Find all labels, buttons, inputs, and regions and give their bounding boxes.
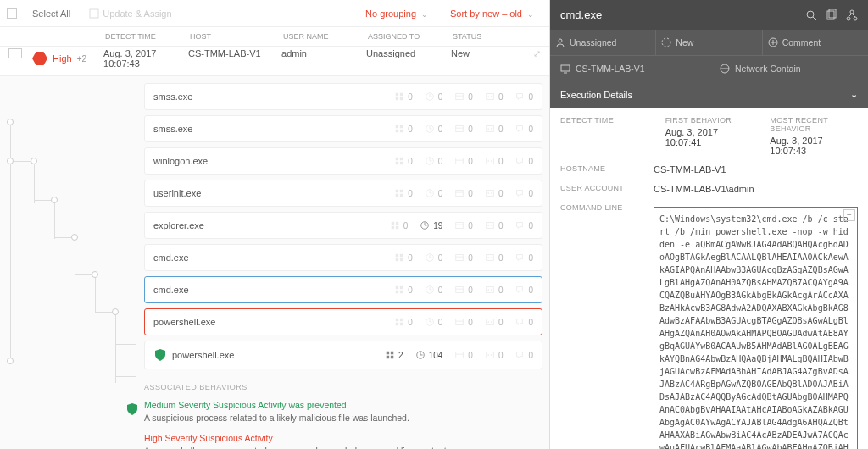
process-row[interactable]: powershell.exe00000: [144, 308, 542, 335]
svg-point-8: [491, 96, 492, 97]
svg-point-55: [487, 289, 489, 291]
assoc-behaviors-header: ASSOCIATED BEHAVIORS: [144, 383, 549, 391]
sort-dropdown[interactable]: Sort by new – old⌄: [442, 5, 542, 22]
command-line-box: − C:\Windows\system32\cmd.exe /b /c star…: [654, 207, 858, 449]
val-detect-time: Aug. 3, 2017 10:07:43: [98, 48, 183, 69]
detection-summary: High +2 Aug. 3, 2017 10:07:43 CS-TMM-LAB…: [0, 47, 549, 75]
process-stat: 0: [515, 188, 533, 198]
behavior-desc: A suspicious process related to a likely…: [144, 413, 549, 423]
execution-details-header[interactable]: Execution Details ⌄: [550, 81, 868, 108]
shield-icon: [153, 348, 167, 362]
meta-user-val: CS-TMM-LAB-V1\admin: [654, 184, 858, 194]
svg-point-79: [854, 17, 857, 20]
process-stat: 0: [425, 124, 443, 134]
plus-icon: [768, 37, 778, 47]
process-stat: 0: [454, 220, 473, 230]
network-contain-button[interactable]: Network Contain: [709, 56, 868, 81]
process-name: userinit.exe: [153, 188, 394, 198]
svg-rect-68: [456, 352, 464, 358]
behavior-title: High Severity Suspicious Activity: [144, 433, 549, 443]
header-username: USER NAME: [278, 32, 363, 41]
process-stat: 0: [515, 317, 533, 327]
process-name: powershell.exe: [153, 317, 394, 327]
svg-rect-87: [561, 65, 570, 71]
process-row[interactable]: powershell.exe2104000: [144, 341, 542, 369]
svg-point-77: [850, 10, 854, 14]
grouping-dropdown[interactable]: No grouping⌄: [357, 5, 437, 22]
tree-icon[interactable]: [846, 9, 858, 21]
network-icon: [720, 64, 730, 74]
tree-node[interactable]: [51, 197, 58, 203]
process-row[interactable]: smss.exe00000: [144, 115, 542, 142]
process-stat: 0: [515, 252, 533, 263]
search-icon[interactable]: [805, 9, 817, 21]
tree-node[interactable]: [7, 119, 14, 125]
process-stat: 0: [394, 285, 413, 295]
tab-unassigned[interactable]: Unassigned: [550, 30, 656, 55]
process-row[interactable]: userinit.exe00000: [144, 180, 542, 207]
tab-new[interactable]: New: [656, 30, 762, 55]
tab-comment[interactable]: Comment: [763, 30, 868, 55]
process-name: winlogon.exe: [153, 156, 394, 166]
svg-line-74: [813, 17, 816, 20]
svg-point-71: [487, 354, 489, 356]
svg-line-80: [849, 14, 852, 17]
process-name: smss.exe: [153, 91, 394, 102]
process-stat: 0: [394, 156, 413, 166]
svg-point-47: [487, 257, 489, 258]
severity-icon: [32, 51, 47, 66]
process-row[interactable]: smss.exe00000: [144, 83, 542, 110]
host-link[interactable]: CS-TMM-LAB-V1: [550, 56, 709, 81]
svg-rect-6: [487, 94, 494, 100]
chevron-down-icon: ⌄: [850, 89, 858, 100]
svg-point-23: [487, 160, 489, 162]
process-stat: 0: [394, 252, 413, 263]
process-stat: 0: [515, 91, 533, 102]
select-all-button[interactable]: Select All: [25, 5, 77, 22]
svg-rect-52: [456, 287, 464, 293]
svg-rect-22: [487, 158, 494, 164]
process-name: cmd.exe: [153, 252, 394, 263]
svg-point-15: [487, 128, 489, 130]
svg-rect-60: [456, 319, 464, 325]
copy-icon[interactable]: [826, 9, 837, 21]
svg-rect-36: [456, 223, 464, 229]
column-headers: DETECT TIME HOST USER NAME ASSIGNED TO S…: [0, 27, 549, 47]
svg-point-39: [487, 224, 489, 226]
row-checkbox[interactable]: [8, 48, 22, 58]
tree-node[interactable]: [71, 234, 78, 241]
process-stat: 0: [454, 252, 473, 263]
svg-rect-70: [487, 352, 494, 358]
process-stat: 0: [454, 124, 473, 134]
tree-node[interactable]: [112, 308, 119, 315]
svg-point-40: [491, 224, 492, 226]
process-stat: 0: [454, 350, 473, 360]
detail-header: cmd.exe: [550, 0, 868, 30]
process-row[interactable]: cmd.exe00000: [144, 276, 542, 303]
expand-icon[interactable]: ⤢: [533, 48, 541, 69]
process-row[interactable]: explorer.exe019000: [144, 212, 542, 239]
tree-node[interactable]: [31, 158, 37, 164]
process-stat: 0: [390, 220, 409, 230]
process-stat: 0: [394, 124, 413, 134]
process-stat: 0: [425, 91, 443, 102]
tree-node[interactable]: [7, 158, 14, 164]
process-stat: 0: [485, 188, 504, 198]
process-stat: 0: [485, 124, 504, 134]
process-stat: 0: [425, 188, 443, 198]
collapse-button[interactable]: −: [843, 209, 855, 221]
select-all-checkbox[interactable]: [7, 8, 17, 19]
process-row[interactable]: cmd.exe00000: [144, 244, 542, 271]
process-tree: [0, 76, 144, 449]
behavior-title: Medium Severity Suspicious Activity was …: [144, 400, 549, 410]
update-assign-button[interactable]: Update & Assign: [82, 5, 178, 22]
process-stat: 0: [485, 156, 504, 166]
header-status: STATUS: [448, 32, 515, 41]
tree-node[interactable]: [92, 271, 98, 278]
process-stat: 0: [454, 91, 473, 102]
process-row[interactable]: winlogon.exe00000: [144, 147, 542, 175]
svg-point-32: [491, 192, 492, 194]
tree-node[interactable]: [7, 358, 14, 364]
meta-recent-label: MOST RECENT BEHAVIOR: [770, 116, 858, 133]
svg-point-64: [491, 321, 492, 323]
